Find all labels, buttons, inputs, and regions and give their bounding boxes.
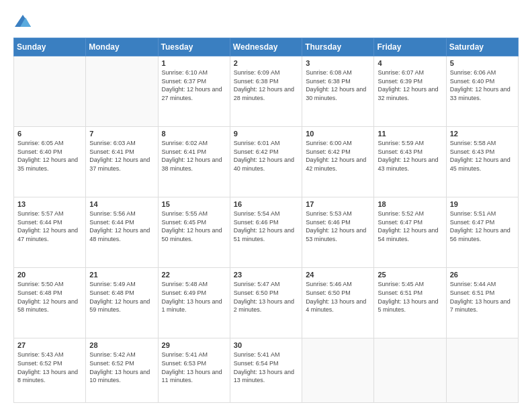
calendar-week-5: 27Sunrise: 5:43 AMSunset: 6:52 PMDayligh… — [14, 338, 519, 403]
day-number: 19 — [450, 200, 515, 208]
day-number: 12 — [450, 130, 515, 138]
calendar-cell: 21Sunrise: 5:49 AMSunset: 6:48 PMDayligh… — [86, 268, 158, 338]
day-info: Sunrise: 5:57 AMSunset: 6:44 PMDaylight:… — [17, 210, 82, 243]
day-info: Sunrise: 5:42 AMSunset: 6:52 PMDaylight:… — [89, 351, 154, 384]
logo — [13, 12, 35, 31]
calendar-cell: 25Sunrise: 5:45 AMSunset: 6:51 PMDayligh… — [374, 268, 446, 338]
calendar-cell: 27Sunrise: 5:43 AMSunset: 6:52 PMDayligh… — [14, 338, 86, 403]
day-info: Sunrise: 5:50 AMSunset: 6:48 PMDaylight:… — [17, 280, 82, 314]
day-number: 16 — [234, 200, 298, 208]
day-info: Sunrise: 6:07 AMSunset: 6:39 PMDaylight:… — [378, 68, 442, 102]
calendar-cell: 14Sunrise: 5:56 AMSunset: 6:44 PMDayligh… — [86, 197, 158, 268]
day-number: 15 — [162, 200, 226, 208]
day-number: 11 — [378, 130, 442, 138]
day-info: Sunrise: 5:51 AMSunset: 6:47 PMDaylight:… — [450, 210, 515, 243]
day-number: 2 — [234, 59, 298, 67]
day-info: Sunrise: 6:01 AMSunset: 6:42 PMDaylight:… — [234, 139, 298, 173]
calendar-cell: 29Sunrise: 5:41 AMSunset: 6:53 PMDayligh… — [158, 338, 230, 403]
day-number: 8 — [162, 130, 226, 138]
day-number: 23 — [234, 271, 298, 279]
day-number: 25 — [378, 271, 442, 279]
day-info: Sunrise: 5:53 AMSunset: 6:46 PMDaylight:… — [306, 210, 370, 243]
calendar-cell: 10Sunrise: 6:00 AMSunset: 6:42 PMDayligh… — [302, 127, 374, 197]
calendar-cell: 6Sunrise: 6:05 AMSunset: 6:40 PMDaylight… — [14, 127, 86, 197]
day-info: Sunrise: 6:00 AMSunset: 6:42 PMDaylight:… — [306, 139, 370, 173]
day-info: Sunrise: 6:08 AMSunset: 6:38 PMDaylight:… — [306, 68, 370, 102]
day-number: 18 — [378, 200, 442, 208]
weekday-header-friday: Friday — [374, 38, 446, 56]
calendar-cell: 17Sunrise: 5:53 AMSunset: 6:46 PMDayligh… — [302, 197, 374, 268]
calendar-cell: 22Sunrise: 5:48 AMSunset: 6:49 PMDayligh… — [158, 268, 230, 338]
day-number: 7 — [89, 130, 154, 138]
calendar-cell: 12Sunrise: 5:58 AMSunset: 6:43 PMDayligh… — [446, 127, 518, 197]
calendar-cell: 15Sunrise: 5:55 AMSunset: 6:45 PMDayligh… — [158, 197, 230, 268]
weekday-header-wednesday: Wednesday — [230, 38, 302, 56]
day-number: 17 — [306, 200, 370, 208]
calendar-cell — [302, 338, 374, 403]
day-info: Sunrise: 5:47 AMSunset: 6:50 PMDaylight:… — [234, 280, 298, 314]
day-info: Sunrise: 5:55 AMSunset: 6:45 PMDaylight:… — [162, 210, 226, 243]
day-number: 20 — [17, 271, 82, 279]
day-info: Sunrise: 5:44 AMSunset: 6:51 PMDaylight:… — [450, 280, 515, 314]
day-info: Sunrise: 5:59 AMSunset: 6:43 PMDaylight:… — [378, 139, 442, 173]
logo-icon — [13, 12, 32, 31]
day-number: 28 — [89, 341, 154, 349]
day-number: 29 — [162, 341, 226, 349]
calendar-cell: 13Sunrise: 5:57 AMSunset: 6:44 PMDayligh… — [14, 197, 86, 268]
calendar-cell: 30Sunrise: 5:41 AMSunset: 6:54 PMDayligh… — [230, 338, 302, 403]
calendar-week-3: 13Sunrise: 5:57 AMSunset: 6:44 PMDayligh… — [14, 197, 519, 268]
header — [13, 12, 519, 31]
calendar-cell: 23Sunrise: 5:47 AMSunset: 6:50 PMDayligh… — [230, 268, 302, 338]
weekday-header-sunday: Sunday — [14, 38, 86, 56]
day-info: Sunrise: 5:45 AMSunset: 6:51 PMDaylight:… — [378, 280, 442, 314]
day-number: 21 — [89, 271, 154, 279]
day-info: Sunrise: 5:52 AMSunset: 6:47 PMDaylight:… — [378, 210, 442, 243]
day-info: Sunrise: 5:48 AMSunset: 6:49 PMDaylight:… — [162, 280, 226, 314]
day-info: Sunrise: 6:05 AMSunset: 6:40 PMDaylight:… — [17, 139, 82, 173]
weekday-header-monday: Monday — [86, 38, 158, 56]
day-info: Sunrise: 6:06 AMSunset: 6:40 PMDaylight:… — [450, 68, 515, 102]
calendar-cell: 11Sunrise: 5:59 AMSunset: 6:43 PMDayligh… — [374, 127, 446, 197]
day-info: Sunrise: 5:58 AMSunset: 6:43 PMDaylight:… — [450, 139, 515, 173]
day-info: Sunrise: 5:46 AMSunset: 6:50 PMDaylight:… — [306, 280, 370, 314]
weekday-header-tuesday: Tuesday — [158, 38, 230, 56]
calendar-cell: 16Sunrise: 5:54 AMSunset: 6:46 PMDayligh… — [230, 197, 302, 268]
calendar-table: SundayMondayTuesdayWednesdayThursdayFrid… — [13, 38, 519, 403]
weekday-header-thursday: Thursday — [302, 38, 374, 56]
day-number: 10 — [306, 130, 370, 138]
day-number: 4 — [378, 59, 442, 67]
day-number: 27 — [17, 341, 82, 349]
day-info: Sunrise: 5:41 AMSunset: 6:54 PMDaylight:… — [234, 351, 298, 384]
day-info: Sunrise: 5:43 AMSunset: 6:52 PMDaylight:… — [17, 351, 82, 384]
calendar-body: 1Sunrise: 6:10 AMSunset: 6:37 PMDaylight… — [14, 56, 519, 403]
day-info: Sunrise: 6:09 AMSunset: 6:38 PMDaylight:… — [234, 68, 298, 102]
calendar-week-2: 6Sunrise: 6:05 AMSunset: 6:40 PMDaylight… — [14, 127, 519, 197]
calendar-cell: 19Sunrise: 5:51 AMSunset: 6:47 PMDayligh… — [446, 197, 518, 268]
calendar-cell: 9Sunrise: 6:01 AMSunset: 6:42 PMDaylight… — [230, 127, 302, 197]
day-number: 14 — [89, 200, 154, 208]
day-info: Sunrise: 5:41 AMSunset: 6:53 PMDaylight:… — [162, 351, 226, 384]
calendar-header: SundayMondayTuesdayWednesdayThursdayFrid… — [14, 38, 519, 56]
day-number: 3 — [306, 59, 370, 67]
calendar-cell: 28Sunrise: 5:42 AMSunset: 6:52 PMDayligh… — [86, 338, 158, 403]
calendar-week-4: 20Sunrise: 5:50 AMSunset: 6:48 PMDayligh… — [14, 268, 519, 338]
calendar-cell: 7Sunrise: 6:03 AMSunset: 6:41 PMDaylight… — [86, 127, 158, 197]
day-info: Sunrise: 6:03 AMSunset: 6:41 PMDaylight:… — [89, 139, 154, 173]
day-info: Sunrise: 6:02 AMSunset: 6:41 PMDaylight:… — [162, 139, 226, 173]
day-info: Sunrise: 5:54 AMSunset: 6:46 PMDaylight:… — [234, 210, 298, 243]
calendar-cell: 2Sunrise: 6:09 AMSunset: 6:38 PMDaylight… — [230, 56, 302, 127]
calendar-cell: 18Sunrise: 5:52 AMSunset: 6:47 PMDayligh… — [374, 197, 446, 268]
calendar-cell: 20Sunrise: 5:50 AMSunset: 6:48 PMDayligh… — [14, 268, 86, 338]
calendar-cell: 3Sunrise: 6:08 AMSunset: 6:38 PMDaylight… — [302, 56, 374, 127]
calendar-cell — [86, 56, 158, 127]
day-number: 24 — [306, 271, 370, 279]
day-info: Sunrise: 5:56 AMSunset: 6:44 PMDaylight:… — [89, 210, 154, 243]
page: SundayMondayTuesdayWednesdayThursdayFrid… — [0, 0, 532, 411]
calendar-cell — [446, 338, 518, 403]
calendar-cell: 8Sunrise: 6:02 AMSunset: 6:41 PMDaylight… — [158, 127, 230, 197]
day-number: 6 — [17, 130, 82, 138]
day-number: 1 — [162, 59, 226, 67]
day-number: 5 — [450, 59, 515, 67]
weekday-header-saturday: Saturday — [446, 38, 518, 56]
day-number: 9 — [234, 130, 298, 138]
